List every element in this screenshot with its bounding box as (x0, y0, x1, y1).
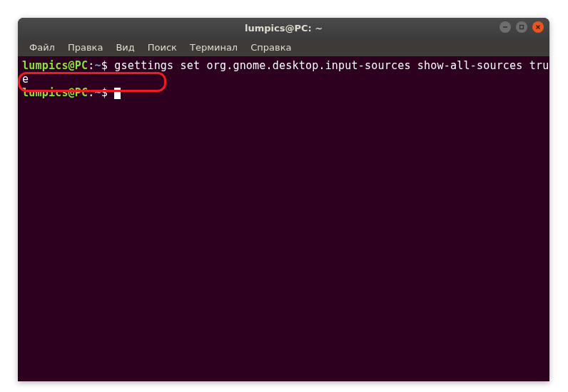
cursor-icon (114, 88, 121, 99)
prompt-dollar: $ (101, 59, 108, 72)
command-text: gsettings set org.gnome.desktop.input-so… (108, 59, 549, 72)
window-title: lumpics@PC: ~ (245, 23, 323, 33)
menu-help[interactable]: Справка (245, 40, 297, 55)
minimize-button[interactable] (499, 21, 511, 33)
maximize-button[interactable] (516, 21, 527, 33)
prompt-path: ~ (95, 86, 101, 99)
svg-rect-1 (520, 26, 524, 29)
menu-file[interactable]: Файл (24, 40, 61, 55)
terminal-window: lumpics@PC: ~ Файл Правка Вид Поиск Терм… (18, 18, 549, 381)
prompt-colon: : (88, 86, 94, 99)
menu-search[interactable]: Поиск (142, 40, 183, 55)
prompt-colon: : (88, 59, 94, 72)
menu-edit[interactable]: Правка (62, 40, 108, 55)
menu-view[interactable]: Вид (110, 40, 140, 55)
prompt-user: lumpics@PC (22, 86, 88, 99)
terminal-line-2: e (22, 73, 545, 86)
prompt-path: ~ (95, 59, 101, 72)
close-button[interactable] (532, 21, 544, 33)
terminal-line-1: lumpics@PC:~$ gsettings set org.gnome.de… (22, 59, 545, 73)
window-controls (499, 21, 544, 33)
prompt-user: lumpics@PC (22, 59, 88, 72)
terminal-line-3: lumpics@PC:~$ (22, 86, 545, 100)
prompt-space (108, 86, 114, 99)
prompt-dollar: $ (101, 86, 108, 99)
titlebar[interactable]: lumpics@PC: ~ (18, 18, 549, 38)
menu-terminal[interactable]: Терминал (184, 40, 243, 55)
menubar: Файл Правка Вид Поиск Терминал Справка (18, 38, 549, 56)
command-continuation: e (22, 73, 29, 86)
terminal-body[interactable]: lumpics@PC:~$ gsettings set org.gnome.de… (18, 56, 549, 381)
